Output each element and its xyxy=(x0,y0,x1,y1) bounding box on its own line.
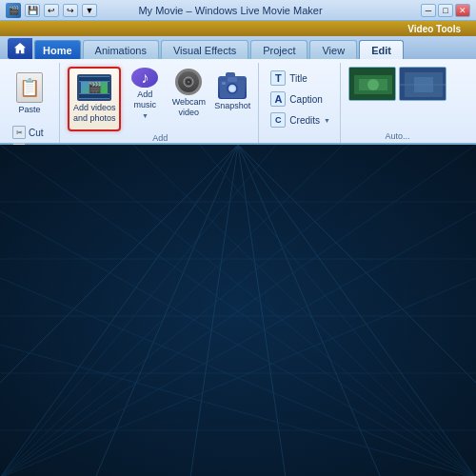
webcam-icon xyxy=(175,69,202,95)
text-group: T Title A Caption C Credits ▼ xyxy=(261,63,341,143)
text-items: T Title A Caption C Credits ▼ xyxy=(267,63,334,129)
thumbnail-1[interactable] xyxy=(348,67,396,101)
svg-point-11 xyxy=(367,79,379,90)
auto-group: Auto... xyxy=(343,63,452,143)
svg-line-39 xyxy=(0,145,409,476)
close-button[interactable]: ✕ xyxy=(455,4,470,17)
svg-line-18 xyxy=(190,145,238,476)
paste-icon: 📋 xyxy=(16,72,43,103)
add-videos-icon: 🎬 xyxy=(77,74,111,101)
cut-icon: ✂ xyxy=(12,126,26,139)
app-icon: 🎬 xyxy=(6,3,21,18)
svg-rect-4 xyxy=(228,77,237,82)
tab-home[interactable]: Home xyxy=(34,40,81,59)
save-button[interactable]: 💾 xyxy=(25,4,40,17)
thumbnail-items xyxy=(348,63,446,101)
svg-line-21 xyxy=(238,145,476,476)
music-dropdown-arrow: ▼ xyxy=(142,112,149,119)
svg-line-32 xyxy=(0,345,476,476)
svg-line-33 xyxy=(67,145,476,476)
svg-point-2 xyxy=(188,81,190,84)
svg-rect-7 xyxy=(222,82,226,85)
thumbnail-2-image xyxy=(400,68,446,100)
background-grid xyxy=(0,145,476,476)
tab-view[interactable]: View xyxy=(309,40,357,59)
title-icon: T xyxy=(270,70,286,86)
svg-line-34 xyxy=(133,145,476,476)
video-tools-bar: Video Tools xyxy=(0,21,476,36)
add-music-button[interactable]: ♪ Add music ▼ xyxy=(125,67,165,120)
title-button[interactable]: T Title xyxy=(267,69,334,88)
window-title: My Movie – Windows Live Movie Maker xyxy=(40,5,421,16)
svg-rect-15 xyxy=(414,77,433,92)
tab-bar: Home Animations Visual Effects Project V… xyxy=(0,36,476,59)
caption-icon: A xyxy=(270,91,286,107)
tab-visual-effects[interactable]: Visual Effects xyxy=(161,40,248,59)
maximize-button[interactable]: □ xyxy=(438,4,453,17)
ribbon: 📋 Paste ✂ Cut 📄 Copy Clipboard xyxy=(0,59,476,145)
main-content xyxy=(0,145,476,476)
paste-button[interactable]: 📋 Paste xyxy=(10,67,50,120)
cut-button[interactable]: ✂ Cut xyxy=(10,125,53,140)
svg-line-20 xyxy=(238,145,381,476)
svg-line-41 xyxy=(0,145,276,476)
title-bar: 🎬 💾 ↩ ↪ ▼ My Movie – Windows Live Movie … xyxy=(0,0,476,21)
svg-point-6 xyxy=(229,86,235,91)
video-tools-label[interactable]: Video Tools xyxy=(398,24,470,34)
add-label: Add xyxy=(152,131,168,145)
add-group: 🎬 Add videos and photos ♪ Add music ▼ xyxy=(62,63,259,143)
thumbnail-2[interactable] xyxy=(399,67,446,101)
auto-label: Auto... xyxy=(385,129,409,143)
clipboard-group: 📋 Paste ✂ Cut 📄 Copy Clipboard xyxy=(4,63,60,143)
svg-line-35 xyxy=(200,145,476,476)
thumbnail-1-image xyxy=(349,68,395,100)
minimize-button[interactable]: ─ xyxy=(421,4,436,17)
tab-project[interactable]: Project xyxy=(250,40,307,59)
snapshot-button[interactable]: Snapshot xyxy=(212,67,252,120)
add-items: 🎬 Add videos and photos ♪ Add music ▼ xyxy=(68,63,252,131)
snapshot-icon xyxy=(218,76,247,99)
add-videos-button[interactable]: 🎬 Add videos and photos xyxy=(68,67,121,131)
music-icon: ♪ xyxy=(131,68,158,88)
tab-edit[interactable]: Edit xyxy=(359,40,404,59)
svg-line-19 xyxy=(238,145,286,476)
home-menu-button[interactable] xyxy=(8,38,32,59)
credits-icon: C xyxy=(270,112,286,128)
window-controls: ─ □ ✕ xyxy=(421,4,470,17)
film-inner: 🎬 xyxy=(81,80,108,95)
svg-line-16 xyxy=(0,145,238,476)
clipboard-items: 📋 Paste ✂ Cut 📄 Copy xyxy=(10,63,53,157)
credits-button[interactable]: C Credits ▼ xyxy=(267,110,334,129)
credits-dropdown-arrow: ▼ xyxy=(324,117,330,124)
webcam-button[interactable]: Webcam video xyxy=(169,67,208,120)
tab-animations[interactable]: Animations xyxy=(83,40,159,59)
caption-button[interactable]: A Caption xyxy=(267,89,334,109)
svg-line-17 xyxy=(95,145,238,476)
